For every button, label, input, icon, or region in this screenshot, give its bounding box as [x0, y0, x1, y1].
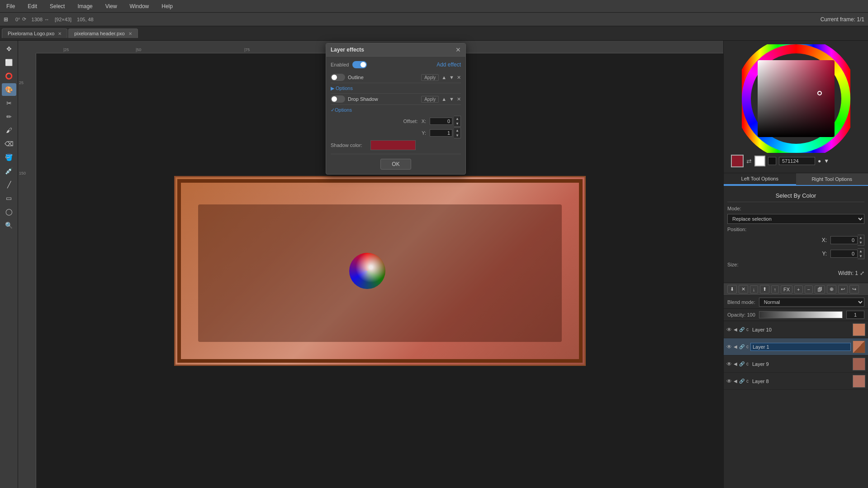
tool-brush[interactable]: 🖌: [2, 124, 16, 137]
dialog-close-btn[interactable]: ✕: [455, 46, 461, 53]
blend-label: Blend mode:: [727, 299, 755, 305]
pos-x-down[interactable]: ▼: [858, 240, 864, 245]
pixel-canvas[interactable]: [174, 176, 586, 366]
layer-delete-btn[interactable]: ✕: [739, 285, 748, 294]
layer-effects-dialog[interactable]: Layer effects ✕ Enabled Add effect Outli…: [326, 43, 466, 175]
options-toggle-outline[interactable]: ▶ Options: [331, 85, 353, 91]
tool-fill[interactable]: 🪣: [2, 151, 16, 164]
outline-effect-row: Outline Apply ▲ ▼ ✕: [331, 72, 461, 83]
tab-header-close[interactable]: ✕: [128, 31, 132, 36]
layer-item[interactable]: 👁 ◀ 🔗 c Layer 8: [724, 373, 868, 390]
black-swatch[interactable]: [768, 157, 776, 165]
layer-eye-icon[interactable]: 👁: [726, 327, 732, 333]
offset-y-down[interactable]: ▼: [454, 133, 460, 138]
mode-select[interactable]: Replace selection Add to selection Subtr…: [727, 214, 864, 224]
layer-item[interactable]: 👁 ◀ 🔗 c: [724, 338, 868, 355]
drop-shadow-toggle[interactable]: [331, 95, 345, 103]
tool-pencil[interactable]: ✏: [2, 110, 16, 123]
swap-colors-icon[interactable]: ⇄: [746, 157, 752, 165]
offset-x-input[interactable]: 0: [430, 118, 452, 125]
tab-logo[interactable]: Pixelorama Logo.pxo ✕: [2, 28, 67, 38]
layer-item[interactable]: 👁 ◀ 🔗 c Layer 10: [724, 321, 868, 338]
left-tool-options-tab[interactable]: Left Tool Options: [724, 173, 796, 185]
menu-window[interactable]: Window: [127, 2, 152, 10]
shadow-color-btn[interactable]: [370, 140, 416, 150]
tool-move[interactable]: ✥: [2, 43, 16, 55]
menu-edit[interactable]: Edit: [25, 2, 40, 10]
hex-color-input[interactable]: 571124: [779, 157, 815, 165]
layer-move-down-btn[interactable]: ↓: [750, 285, 758, 294]
background-swatch[interactable]: [754, 156, 765, 166]
layer-name[interactable]: Layer 9: [750, 360, 851, 368]
menu-image[interactable]: Image: [75, 2, 95, 10]
outline-down-btn[interactable]: ▼: [449, 75, 454, 80]
ruler-vertical: 25 150: [18, 53, 36, 488]
menu-select[interactable]: Select: [47, 2, 67, 10]
outline-del-btn[interactable]: ✕: [457, 75, 461, 81]
color-wheel-container[interactable]: [742, 44, 850, 153]
width-expand-icon[interactable]: ⤢: [860, 270, 864, 276]
tool-crop[interactable]: ✂: [2, 97, 16, 109]
drop-shadow-down-btn[interactable]: ▼: [449, 96, 454, 102]
offset-x-up[interactable]: ▲: [454, 116, 460, 121]
color-expand-icon[interactable]: ▼: [824, 158, 829, 164]
tab-header[interactable]: pixelorama header.pxo ✕: [68, 28, 138, 38]
pos-y-input[interactable]: [830, 250, 858, 258]
tool-line[interactable]: ╱: [2, 178, 16, 191]
pos-x-input[interactable]: [830, 236, 858, 244]
outline-apply-btn[interactable]: Apply: [421, 74, 439, 81]
foreground-swatch[interactable]: [731, 155, 744, 167]
offset-y-input[interactable]: 1: [430, 129, 452, 137]
offset-y-up[interactable]: ▲: [454, 128, 460, 133]
layer-link-btn[interactable]: ⊕: [827, 285, 836, 294]
outline-toggle[interactable]: [331, 74, 345, 81]
tool-eyedropper[interactable]: 💉: [2, 165, 16, 177]
offset-x-down[interactable]: ▼: [454, 121, 460, 126]
layer-flip-h-btn[interactable]: ⬆: [760, 285, 769, 294]
color-saturation-square[interactable]: [758, 60, 835, 137]
tool-rect-shape[interactable]: ▭: [2, 192, 16, 204]
layer-flip-v-btn[interactable]: ↑: [771, 285, 779, 294]
options-toggle-shadow[interactable]: ✓Options: [331, 107, 352, 113]
tool-select-ellipse[interactable]: ⭕: [2, 70, 16, 82]
layer-eye-icon[interactable]: 👁: [726, 378, 732, 384]
layer-add-btn[interactable]: +: [794, 285, 802, 294]
right-tool-options-tab[interactable]: Right Tool Options: [796, 173, 868, 185]
tool-select-rect[interactable]: ⬜: [2, 56, 16, 69]
add-effect-btn[interactable]: Add effect: [436, 62, 461, 68]
tool-zoom[interactable]: 🔍: [2, 219, 16, 232]
layer-eye-icon[interactable]: 👁: [726, 344, 732, 350]
tool-select-color[interactable]: 🎨: [2, 83, 16, 96]
outline-up-btn[interactable]: ▲: [441, 75, 446, 80]
layer-eye-icon[interactable]: 👁: [726, 361, 732, 367]
layer-redo-btn[interactable]: ↪: [849, 285, 859, 294]
dialog-ok-btn[interactable]: OK: [380, 159, 411, 170]
layer-name[interactable]: Layer 8: [750, 378, 851, 385]
opacity-input[interactable]: 1: [846, 311, 864, 319]
pos-y-down[interactable]: ▼: [858, 254, 864, 259]
enabled-toggle[interactable]: [352, 61, 367, 68]
tool-ellipse-shape[interactable]: ◯: [2, 205, 16, 218]
layer-item[interactable]: 👁 ◀ 🔗 c Layer 9: [724, 355, 868, 373]
menu-view[interactable]: View: [103, 2, 120, 10]
drop-shadow-up-btn[interactable]: ▲: [441, 96, 446, 102]
layer-undo-btn[interactable]: ↩: [838, 285, 848, 294]
color-swatches: ⇄ 571124 ● ▼: [727, 153, 864, 169]
toolbar: ⊞ 0° ⟳ 1308 ↔ [92×43] 105, 48 Current fr…: [0, 13, 868, 26]
layer-copy-btn[interactable]: 🗐: [815, 285, 825, 294]
opacity-slider[interactable]: [759, 311, 843, 318]
blend-select[interactable]: Normal: [759, 298, 864, 307]
pos-x-up[interactable]: ▲: [858, 235, 864, 240]
menu-file[interactable]: File: [4, 2, 18, 10]
layer-visibility-btn[interactable]: ⬇: [727, 285, 737, 294]
layer-remove-btn[interactable]: −: [805, 285, 813, 294]
pos-y-up[interactable]: ▲: [858, 249, 864, 254]
drop-shadow-apply-btn[interactable]: Apply: [421, 96, 439, 103]
tool-eraser[interactable]: ⌫: [2, 137, 16, 150]
layer-name-input[interactable]: [750, 343, 851, 351]
tab-logo-close[interactable]: ✕: [58, 31, 62, 36]
drop-shadow-del-btn[interactable]: ✕: [457, 96, 461, 102]
menu-help[interactable]: Help: [159, 2, 175, 10]
layer-fx-btn[interactable]: FX: [781, 285, 792, 294]
layer-name[interactable]: Layer 10: [750, 326, 851, 333]
